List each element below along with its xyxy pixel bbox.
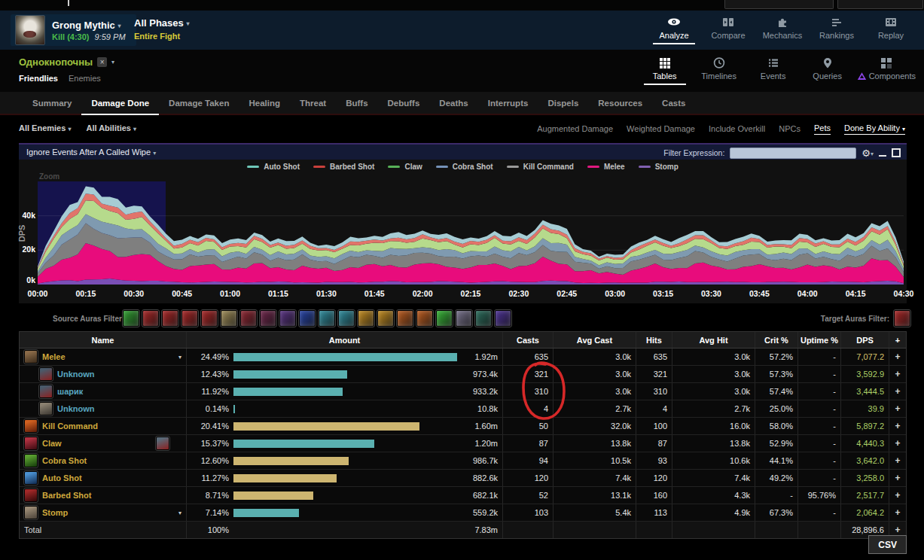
column-header-avg-cast[interactable]: Avg Cast	[553, 332, 636, 348]
expand-row-button[interactable]: +	[889, 400, 906, 417]
source-aura-icon-19[interactable]	[475, 310, 492, 327]
csv-export-button[interactable]: CSV	[868, 535, 907, 554]
source-aura-icon-20[interactable]	[495, 310, 511, 327]
main-nav-rankings[interactable]: Rankings	[810, 11, 864, 50]
expand-row-button[interactable]: +	[889, 435, 906, 452]
tab-healing[interactable]: Healing	[239, 92, 290, 115]
toggle-weighted-damage[interactable]: Weighted Damage	[627, 124, 695, 135]
expand-row-button[interactable]: +	[889, 504, 906, 521]
main-nav-replay[interactable]: Replay	[864, 11, 918, 50]
main-nav-mechanics[interactable]: Mechanics	[755, 11, 810, 50]
expand-row-button[interactable]: +	[889, 452, 906, 469]
dps-stacked-area-chart[interactable]	[38, 181, 904, 285]
view-nav-timelines[interactable]: Timelines	[692, 50, 746, 92]
source-aura-icon-15[interactable]	[397, 310, 413, 327]
legend-item-barbed-shot[interactable]: Barbed Shot	[313, 163, 374, 171]
source-aura-icon-2[interactable]	[142, 310, 159, 327]
legend-item-stomp[interactable]: Stomp	[639, 163, 679, 171]
expand-row-button[interactable]: +	[889, 487, 906, 504]
source-aura-icon-16[interactable]	[416, 310, 433, 327]
source-aura-icon-5[interactable]	[201, 310, 218, 327]
ability-name-cell[interactable]: Melee▾	[20, 348, 187, 365]
collapse-row-icon[interactable]: ▾	[178, 510, 181, 516]
ability-name-cell[interactable]: Unknown	[20, 366, 187, 382]
main-nav-analyze[interactable]: Analyze	[647, 11, 701, 50]
tab-debuffs[interactable]: Debuffs	[378, 92, 430, 115]
column-header-crit-pct[interactable]: Crit %	[755, 332, 798, 348]
tab-summary[interactable]: Summary	[23, 92, 81, 115]
toggle-augmented-damage[interactable]: Augmented Damage	[537, 124, 613, 135]
phase-selector[interactable]: All Phases ▾ Entire Fight	[134, 17, 189, 41]
ability-name-cell[interactable]: Kill Command	[20, 418, 187, 434]
collapse-row-icon[interactable]: ▾	[178, 354, 181, 361]
source-aura-icon-13[interactable]	[358, 310, 374, 327]
chevron-down-icon[interactable]: ▾	[111, 59, 114, 65]
tab-casts[interactable]: Casts	[652, 92, 695, 115]
column-header-name[interactable]: Name	[20, 332, 187, 348]
expand-row-button[interactable]: +	[889, 366, 906, 382]
maximize-icon[interactable]	[892, 148, 901, 157]
legend-item-kill-command[interactable]: Kill Command	[507, 163, 574, 171]
expand-row-button[interactable]: +	[889, 470, 906, 486]
source-aura-icon-1[interactable]	[123, 310, 139, 327]
tab-threat[interactable]: Threat	[290, 92, 336, 115]
source-aura-icon-17[interactable]	[436, 310, 453, 327]
tab-deaths[interactable]: Deaths	[429, 92, 477, 115]
main-nav-compare[interactable]: Compare	[701, 11, 755, 50]
view-nav-events[interactable]: Events	[746, 50, 800, 92]
source-aura-icon-4[interactable]	[181, 310, 198, 327]
source-aura-icon-6[interactable]	[221, 310, 237, 327]
dropdown-all-enemies[interactable]: All Enemies ▾	[19, 123, 71, 132]
ability-name-cell[interactable]: Unknown	[20, 400, 187, 417]
close-icon[interactable]: ×	[97, 57, 107, 67]
tab-damage-taken[interactable]: Damage Taken	[159, 92, 239, 115]
source-aura-icon-7[interactable]	[240, 310, 257, 327]
view-nav-queries[interactable]: Queries	[800, 50, 855, 92]
ability-name-cell[interactable]: Claw	[20, 435, 187, 452]
legend-item-cobra-shot[interactable]: Cobra Shot	[436, 163, 493, 171]
ability-name-cell[interactable]: Cobra Shot	[20, 452, 187, 469]
tab-dispels[interactable]: Dispels	[538, 92, 588, 115]
legend-item-auto-shot[interactable]: Auto Shot	[247, 163, 300, 171]
minimize-icon[interactable]	[879, 149, 886, 157]
expand-row-button[interactable]: +	[889, 348, 906, 365]
source-aura-icon-18[interactable]	[456, 310, 472, 327]
expand-row-button[interactable]: +	[889, 383, 906, 400]
column-header-dps[interactable]: DPS	[841, 332, 889, 348]
source-aura-icon-14[interactable]	[377, 310, 394, 327]
target-aura-icon-1[interactable]	[894, 310, 910, 327]
source-aura-icon-10[interactable]	[299, 310, 316, 327]
column-header-avg-hit[interactable]: Avg Hit	[672, 332, 755, 348]
dropdown-all-abilities[interactable]: All Abilities ▾	[86, 123, 136, 132]
legend-item-claw[interactable]: Claw	[388, 163, 422, 171]
actor-tab-friendlies[interactable]: Friendlies	[19, 74, 58, 83]
gear-icon[interactable]: ⚙▾	[861, 148, 874, 158]
fight-selector[interactable]: Grong Mythic ▾ Kill (4:30) 9:59 PM	[11, 14, 136, 46]
ability-name-cell[interactable]: Auto Shot	[20, 470, 187, 486]
legend-item-melee[interactable]: Melee	[587, 163, 625, 171]
view-nav-tables[interactable]: Tables	[638, 50, 692, 92]
toggle-pets[interactable]: Pets	[814, 123, 831, 135]
tab-damage-done[interactable]: Damage Done	[81, 92, 159, 115]
filter-expression-input[interactable]	[730, 148, 856, 159]
tab-resources[interactable]: Resources	[588, 92, 652, 115]
ability-name-cell[interactable]: Stomp▾	[20, 504, 187, 521]
source-aura-icon-3[interactable]	[162, 310, 178, 327]
tab-buffs[interactable]: Buffs	[336, 92, 377, 115]
actor-tab-enemies[interactable]: Enemies	[69, 74, 101, 83]
toggle-npcs[interactable]: NPCs	[779, 124, 800, 135]
expand-row-button[interactable]: +	[889, 418, 906, 434]
column-header-amount[interactable]: Amount	[187, 332, 503, 348]
ability-name-cell[interactable]: шарик	[20, 383, 187, 400]
column-header-uptime-pct[interactable]: Uptime %	[798, 332, 841, 348]
source-aura-icon-11[interactable]	[319, 310, 335, 327]
source-aura-icon-12[interactable]	[338, 310, 355, 327]
wipe-filter-dropdown[interactable]: Ignore Events After A Called Wipe ▾	[26, 148, 156, 157]
toggle-include-overkill[interactable]: Include Overkill	[709, 124, 765, 135]
tab-interrupts[interactable]: Interrupts	[478, 92, 538, 115]
column-header-casts[interactable]: Casts	[503, 332, 553, 348]
view-nav-components[interactable]: Components	[855, 50, 918, 92]
source-aura-icon-8[interactable]	[260, 310, 276, 327]
toggle-done-by-ability[interactable]: Done By Ability ▾	[844, 123, 905, 135]
column-header-expand[interactable]: +	[889, 332, 906, 348]
